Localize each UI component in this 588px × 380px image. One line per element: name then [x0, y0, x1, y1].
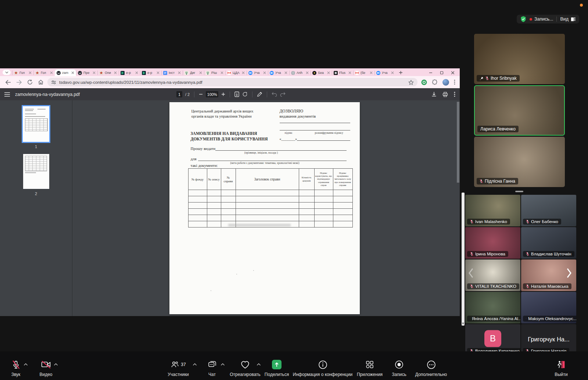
home-button[interactable] [38, 79, 44, 85]
video-tile[interactable]: Ірина Міронова [465, 227, 520, 259]
browser-tab[interactable]: Уча [268, 69, 289, 76]
video-tile-speaker[interactable]: Ihor Sribnyak [474, 34, 565, 84]
muted-mic-icon [526, 252, 529, 256]
pdf-redo-button[interactable] [280, 92, 286, 97]
tab-close-icon[interactable] [199, 71, 202, 74]
tab-close-icon[interactable] [242, 71, 245, 74]
audio-button[interactable]: Звук [4, 351, 28, 380]
pdf-sidebar-toggle-icon[interactable] [4, 92, 10, 97]
meeting-topbar: Запись... Вид [517, 15, 579, 24]
new-tab-button[interactable] [399, 71, 403, 75]
participants-options-chevron[interactable] [193, 363, 197, 366]
browser-tab[interactable]: Sea [311, 69, 332, 76]
browser-tab[interactable]: Диг [183, 69, 204, 76]
profile-avatar[interactable] [442, 79, 449, 86]
window-maximize-button[interactable] [440, 71, 444, 75]
tab-close-icon[interactable] [71, 71, 74, 74]
browser-tab[interactable]: e-p [119, 69, 140, 76]
muted-mic-icon [526, 316, 526, 321]
chat-icon [208, 360, 217, 369]
leave-button[interactable]: Выйти [546, 351, 576, 380]
browser-tab[interactable]: ЦДА [225, 69, 247, 76]
doc-org-line1: Центральний державний архів вищих [191, 109, 254, 114]
browser-tab[interactable]: Уча [374, 69, 396, 76]
pdf-scrollbar-thumb[interactable] [457, 102, 459, 183]
pdf-undo-button[interactable] [272, 92, 277, 97]
tab-close-icon[interactable] [157, 71, 159, 74]
tab-close-icon[interactable] [327, 71, 330, 74]
gallery-next-button[interactable] [566, 268, 572, 278]
pdf-download-button[interactable] [431, 92, 437, 97]
site-settings-icon[interactable] [51, 80, 56, 85]
forward-button[interactable] [16, 80, 22, 85]
tab-close-icon[interactable] [220, 71, 223, 74]
pdf-rotate-button[interactable] [242, 92, 248, 97]
tab-close-icon[interactable] [50, 71, 53, 74]
more-button[interactable]: Дополнительно [409, 351, 453, 380]
browser-tab[interactable]: Гол [33, 69, 55, 76]
muted-mic-icon [11, 360, 21, 370]
pdf-thumbnail-page2[interactable] [23, 154, 49, 189]
tab-close-icon[interactable] [263, 71, 266, 74]
participants-count: 37 [181, 362, 186, 367]
pdf-annotate-button[interactable] [257, 92, 262, 97]
tab-search-button[interactable] [3, 70, 11, 75]
tab-close-icon[interactable] [29, 71, 32, 74]
bookmark-star-icon[interactable] [408, 80, 414, 85]
extension-green-icon[interactable] [421, 79, 427, 85]
video-tile-active-speaker[interactable]: Лариса Левченко [474, 85, 565, 136]
browser-tab[interactable]: Пре [76, 69, 97, 76]
pdf-page-input[interactable]: 1 [176, 91, 182, 97]
participants-button[interactable]: 37 Участники [156, 351, 200, 380]
pdf-thumbnail-page1[interactable] [22, 105, 50, 143]
video-tile[interactable]: Maksym Oleksandrovyc... [521, 292, 576, 323]
reload-button[interactable] [27, 79, 33, 85]
audio-options-chevron[interactable] [24, 363, 28, 366]
window-minimize-button[interactable] [429, 71, 433, 75]
browser-tab[interactable]: Опи [97, 69, 119, 76]
tab-close-icon[interactable] [391, 71, 394, 74]
security-shield-icon[interactable] [520, 16, 526, 22]
tab-close-icon[interactable] [114, 71, 117, 74]
pdf-zoom-out-button[interactable] [199, 92, 203, 96]
browser-tab[interactable]: Гол [12, 69, 33, 76]
video-options-chevron[interactable] [54, 363, 58, 366]
video-tile[interactable]: Яніна Алєєва /Yanina Al... [465, 292, 520, 323]
table-header: Заголовок справи [236, 169, 299, 190]
browser-tab[interactable]: Anh [289, 69, 311, 76]
back-button[interactable] [5, 80, 11, 85]
browser-tab[interactable]: Flus [332, 69, 353, 76]
tab-close-icon[interactable] [93, 71, 96, 74]
browser-tab-active[interactable]: zam [55, 69, 76, 76]
video-tile-speaker[interactable]: Підлісна Ганна [474, 137, 565, 187]
tab-close-icon[interactable] [284, 71, 287, 74]
window-close-button[interactable] [451, 71, 455, 75]
browser-tab[interactable]: Ріш [204, 69, 225, 76]
video-button[interactable]: Видео [34, 351, 58, 380]
pdf-zoom-level[interactable]: 100% [206, 91, 218, 97]
pdf-zoom-in-button[interactable] [221, 92, 225, 96]
video-tile[interactable]: Владислав Шуточкін [521, 227, 576, 259]
tab-close-icon[interactable] [135, 71, 138, 74]
pdf-fit-page-button[interactable] [234, 92, 239, 97]
video-tile[interactable]: Ivan Malashenko [465, 195, 520, 226]
browser-tab[interactable]: Інст [161, 69, 183, 76]
extensions-puzzle-icon[interactable] [432, 79, 438, 85]
pdf-print-button[interactable] [442, 92, 448, 97]
url-bar[interactable]: tsdavo.gov.ua/wp-content/uploads/2021/11… [47, 78, 417, 86]
video-tile[interactable]: Олег Бабенко [521, 195, 576, 226]
pdf-more-button[interactable] [454, 92, 455, 97]
browser-tab[interactable]: Уча [247, 69, 268, 76]
gallery-prev-button[interactable] [468, 268, 474, 278]
tab-close-icon[interactable] [348, 71, 351, 74]
panel-resize-handle[interactable] [515, 191, 523, 192]
view-button[interactable]: Вид [560, 17, 576, 22]
browser-tab[interactable]: e-p [140, 69, 161, 76]
tab-close-icon[interactable] [178, 71, 181, 74]
recording-indicator[interactable]: Запись... [530, 17, 553, 22]
browser-menu-icon[interactable] [454, 79, 455, 85]
tab-close-icon[interactable] [370, 71, 373, 74]
leave-label: Выйти [555, 372, 568, 377]
browser-tab[interactable]: (бе [353, 69, 374, 76]
tab-close-icon[interactable] [306, 71, 309, 74]
